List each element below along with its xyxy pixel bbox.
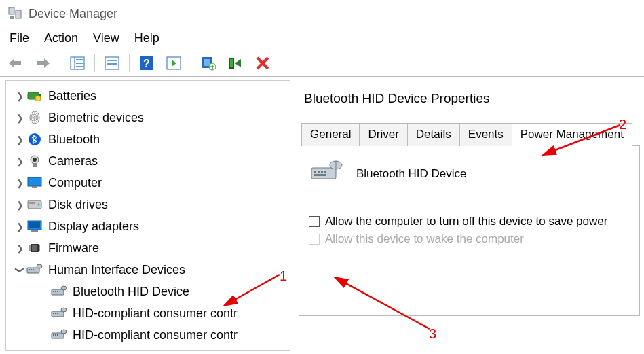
- bluetooth-icon: [26, 132, 43, 146]
- tree-item-disk[interactable]: ❯ Disk drives: [13, 194, 290, 215]
- svg-rect-9: [76, 59, 83, 60]
- annotation-1: 1: [280, 268, 287, 284]
- toolbar: ?: [0, 50, 644, 77]
- hid-icon: [51, 306, 67, 320]
- svg-rect-0: [9, 7, 14, 14]
- tree-label: Firmware: [48, 241, 99, 255]
- svg-rect-39: [32, 186, 37, 188]
- update-driver-button[interactable]: [198, 53, 219, 73]
- svg-rect-13: [107, 60, 117, 61]
- svg-rect-48: [32, 245, 37, 251]
- tree-label: Human Interface Devices: [48, 263, 185, 277]
- uninstall-button[interactable]: [225, 53, 246, 73]
- svg-rect-80: [314, 174, 326, 176]
- checkbox-row-turnoff[interactable]: Allow the computer to turn off this devi…: [309, 215, 630, 228]
- annotation-3: 3: [429, 326, 436, 342]
- tree-item-firmware[interactable]: ❯ Firmware: [13, 237, 290, 259]
- svg-marker-5: [44, 58, 50, 68]
- tab-events[interactable]: Events: [459, 123, 512, 146]
- svg-rect-43: [29, 202, 35, 204]
- svg-rect-23: [230, 59, 233, 67]
- forward-button[interactable]: [33, 53, 53, 73]
- svg-rect-45: [29, 222, 40, 228]
- hid-icon: [51, 328, 67, 342]
- content-area: ❯ Batteries ❯ Biometric devices ❯ Blueto…: [0, 77, 644, 351]
- svg-marker-3: [9, 58, 14, 68]
- titlebar: Device Manager: [0, 0, 644, 27]
- svg-rect-38: [28, 177, 41, 186]
- tree-item-biometric[interactable]: ❯ Biometric devices: [13, 107, 290, 128]
- camera-icon: [26, 154, 43, 168]
- fingerprint-icon: [26, 111, 43, 124]
- menu-action[interactable]: Action: [44, 31, 78, 46]
- svg-rect-10: [76, 63, 83, 64]
- chevron-right-icon: ❯: [13, 243, 26, 253]
- display-adapter-icon: [26, 219, 43, 233]
- tab-driver[interactable]: Driver: [359, 123, 407, 146]
- svg-rect-4: [14, 61, 21, 65]
- tree-item-hid[interactable]: ❯ Human Interface Devices: [13, 259, 290, 281]
- tree-item-bluetooth[interactable]: ❯ Bluetooth: [13, 128, 290, 150]
- properties-button[interactable]: [102, 53, 122, 73]
- svg-rect-77: [318, 171, 320, 173]
- svg-rect-61: [53, 291, 54, 292]
- scan-button[interactable]: [164, 53, 184, 73]
- checkbox-turnoff[interactable]: [309, 216, 320, 227]
- svg-point-36: [33, 158, 37, 162]
- svg-rect-11: [76, 66, 83, 67]
- tree-item-batteries[interactable]: ❯ Batteries: [13, 85, 290, 107]
- svg-rect-75: [311, 168, 336, 179]
- tree-item-hid-consumer-1[interactable]: HID-compliant consumer contr: [13, 302, 290, 324]
- tree-label: Batteries: [48, 89, 96, 103]
- svg-rect-71: [53, 334, 54, 336]
- tree-item-hid-consumer-2[interactable]: HID-compliant consumer contr: [13, 324, 290, 346]
- chevron-right-icon: ❯: [13, 91, 26, 101]
- tab-general[interactable]: General: [301, 123, 360, 146]
- svg-marker-24: [235, 59, 241, 67]
- tree-item-bluetooth-hid[interactable]: Bluetooth HID Device: [13, 281, 290, 302]
- svg-rect-79: [324, 171, 326, 173]
- tab-details[interactable]: Details: [407, 123, 460, 146]
- hid-icon: [51, 285, 67, 298]
- help-button[interactable]: ?: [136, 53, 157, 73]
- menu-view[interactable]: View: [93, 31, 119, 46]
- show-hide-tree-button[interactable]: [67, 53, 88, 73]
- svg-rect-78: [321, 171, 323, 173]
- checkbox-label: Allow this device to wake the computer: [325, 232, 524, 246]
- tree-label: Bluetooth: [48, 132, 100, 147]
- svg-rect-2: [10, 16, 14, 19]
- menu-file[interactable]: File: [10, 31, 29, 46]
- disable-button[interactable]: [252, 53, 273, 73]
- svg-rect-72: [55, 334, 56, 336]
- battery-icon: [26, 89, 43, 103]
- disk-icon: [26, 198, 43, 211]
- tree-label: Biometric devices: [48, 111, 144, 125]
- tree-item-computer[interactable]: ❯ Computer: [13, 172, 290, 194]
- svg-rect-57: [31, 269, 32, 270]
- svg-rect-62: [55, 291, 56, 292]
- svg-rect-76: [314, 171, 316, 173]
- svg-rect-6: [37, 61, 44, 65]
- menu-help[interactable]: Help: [134, 31, 159, 46]
- svg-rect-1: [16, 10, 21, 18]
- svg-marker-18: [172, 60, 176, 67]
- app-icon: [7, 5, 23, 22]
- svg-point-33: [34, 116, 35, 120]
- svg-point-42: [38, 204, 40, 206]
- tree-label: Disk drives: [48, 198, 108, 212]
- svg-point-69: [61, 308, 67, 312]
- device-header: Bluetooth HID Device: [309, 160, 630, 188]
- svg-rect-73: [57, 334, 58, 336]
- svg-text:?: ?: [143, 58, 150, 69]
- svg-rect-46: [31, 230, 38, 232]
- hid-icon: [26, 263, 43, 277]
- svg-rect-67: [55, 313, 56, 314]
- properties-title: Bluetooth HID Device Properties: [304, 91, 640, 106]
- tree-item-display-adapters[interactable]: ❯ Display adapters: [13, 215, 290, 237]
- tab-power-management[interactable]: Power Management: [512, 123, 632, 146]
- device-tree[interactable]: ❯ Batteries ❯ Biometric devices ❯ Blueto…: [5, 80, 290, 351]
- tab-strip: General Driver Details Events Power Mana…: [301, 122, 640, 146]
- back-button[interactable]: [5, 53, 26, 73]
- tree-label: Bluetooth HID Device: [73, 285, 189, 299]
- tree-item-cameras[interactable]: ❯ Cameras: [13, 150, 290, 172]
